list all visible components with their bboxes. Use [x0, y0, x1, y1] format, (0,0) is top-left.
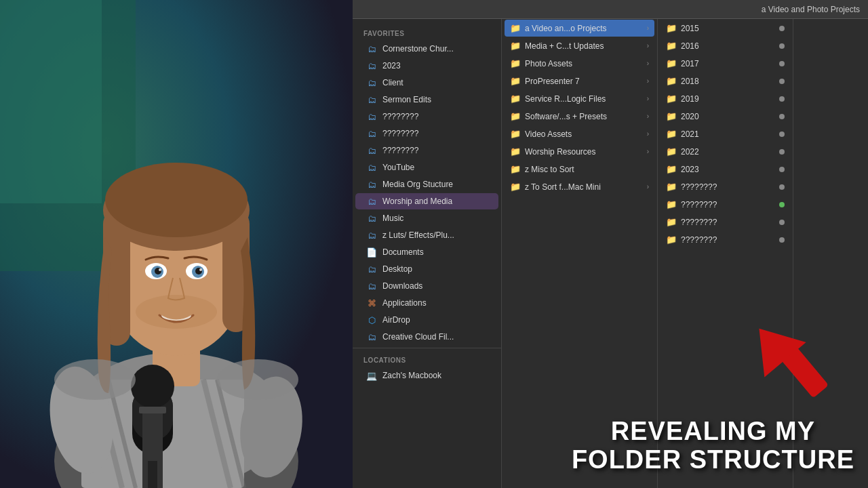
folder-icon: 🗂 [366, 331, 377, 342]
col1-item[interactable]: 📁ProPresenter 7› [505, 73, 654, 89]
col2-item[interactable]: 📁2022 [660, 143, 790, 160]
col1-item[interactable]: 📁Worship Resources› [505, 143, 654, 160]
sidebar-item-label: Media Org Stucture [382, 180, 453, 189]
finder-col1[interactable]: 📁a Video an...o Projects›📁Media + C...t … [502, 19, 658, 488]
sidebar-item[interactable]: 🗂Music [355, 210, 498, 226]
sidebar-item[interactable]: 📄Documents [355, 244, 498, 260]
sidebar-item[interactable]: 🗂Client [355, 75, 498, 91]
location-item[interactable]: 💻Zach's Macbook [355, 367, 498, 384]
sidebar-item-label: AirDrop [382, 315, 410, 325]
col2-item[interactable]: 📁2020 [660, 108, 790, 125]
sidebar-item-label: Creative Cloud Fil... [382, 332, 454, 342]
col1-item[interactable]: 📁z Misc to Sort [505, 161, 654, 178]
status-dot [779, 114, 785, 119]
col2-item-label: 2022 [681, 147, 775, 157]
finder-columns: 📁a Video an...o Projects›📁Media + C...t … [502, 19, 868, 488]
col2-item-label: ???????? [681, 200, 775, 209]
svg-rect-29 [139, 407, 166, 413]
sidebar-item[interactable]: 🗂Worship and Media [355, 193, 498, 209]
folder-icon: 📁 [510, 111, 521, 121]
favorites-label: Favorites [353, 24, 501, 40]
sidebar-item[interactable]: 🗂Downloads [355, 278, 498, 294]
sidebar-item[interactable]: 🗂Creative Cloud Fil... [355, 329, 498, 345]
status-dot [779, 167, 785, 172]
sidebar-item[interactable]: ⬡AirDrop [355, 312, 498, 328]
col1-item-label: Video Assets [525, 129, 643, 139]
sidebar-item[interactable]: 🗂Sermon Edits [355, 92, 498, 108]
status-dot [779, 61, 785, 66]
status-dot [779, 26, 785, 31]
col2-item-label: 2017 [681, 59, 775, 68]
folder-icon: 🗂 [366, 145, 377, 156]
sidebar-item-label: Sermon Edits [382, 95, 431, 104]
col2-item[interactable]: 📁2018 [660, 73, 790, 89]
col1-item[interactable]: 📁z To Sort f...Mac Mini› [505, 178, 654, 195]
folder-icon: 🗂 [366, 264, 377, 274]
sidebar-item-label: ???????? [382, 112, 418, 121]
status-dot [779, 79, 785, 84]
chevron-right-icon: › [647, 95, 649, 102]
sidebar-item[interactable]: 🗂YouTube [355, 159, 498, 176]
sidebar-item[interactable]: 🗂2023 [355, 58, 498, 74]
folder-icon: 📁 [666, 129, 677, 139]
col2-item-label: 2015 [681, 24, 775, 33]
col1-item[interactable]: 📁Software/...s + Presets› [505, 108, 654, 125]
folder-icon: 📁 [510, 94, 521, 104]
finder-sidebar[interactable]: Favorites 🗂Cornerstone Chur...🗂2023🗂Clie… [353, 19, 502, 488]
folder-icon: 📁 [510, 23, 521, 33]
col2-item-label: 2020 [681, 112, 775, 121]
col2-item[interactable]: 📁2019 [660, 90, 790, 107]
sidebar-item[interactable]: ⌘Applications [355, 295, 498, 311]
chevron-right-icon: › [647, 148, 649, 155]
col2-item-label: ???????? [681, 218, 775, 227]
col1-item[interactable]: 📁a Video an...o Projects› [505, 20, 654, 37]
sidebar-item[interactable]: 🗂???????? [355, 108, 498, 125]
sidebar-item[interactable]: 🗂???????? [355, 142, 498, 159]
col2-item-label: ???????? [681, 235, 775, 245]
svg-point-24 [136, 295, 217, 329]
col2-item[interactable]: 📁2017 [660, 55, 790, 72]
svg-rect-30 [148, 461, 157, 488]
col2-item[interactable]: 📁2016 [660, 37, 790, 54]
chevron-right-icon: › [647, 183, 649, 190]
col1-item-label: Media + C...t Updates [525, 41, 643, 51]
folder-icon: 🗂 [366, 60, 377, 71]
sidebar-item[interactable]: 🗂Media Org Stucture [355, 176, 498, 192]
col2-item[interactable]: 📁???????? [660, 214, 790, 230]
window-title: a Video and Photo Projects [762, 5, 860, 14]
col1-item[interactable]: 📁Media + C...t Updates› [505, 37, 654, 54]
folder-icon: 📁 [510, 58, 521, 68]
sidebar-item[interactable]: 🗂Cornerstone Chur... [355, 41, 498, 57]
col2-item[interactable]: 📁???????? [660, 178, 790, 195]
folder-icon: 📁 [666, 164, 677, 174]
col1-item[interactable]: 📁Service R...Logic Files› [505, 90, 654, 107]
folder-icon: 🗂 [366, 196, 377, 207]
location-item-label: Zach's Macbook [382, 371, 441, 380]
col1-item[interactable]: 📁Photo Assets› [505, 55, 654, 72]
finder-col2[interactable]: 📁2015📁2016📁2017📁2018📁2019📁2020📁2021📁2022… [658, 19, 793, 488]
sidebar-item[interactable]: 🗂Desktop [355, 261, 498, 277]
folder-icon: 📁 [666, 146, 677, 157]
status-dot [779, 220, 785, 225]
col2-item[interactable]: 📁2023 [660, 161, 790, 178]
folder-icon: 📁 [510, 129, 521, 139]
folder-icon: 🗂 [366, 43, 377, 54]
finder-content: Favorites 🗂Cornerstone Chur...🗂2023🗂Clie… [353, 19, 868, 488]
col2-item[interactable]: 📁???????? [660, 231, 790, 248]
col1-item[interactable]: 📁Video Assets› [505, 125, 654, 142]
col2-item[interactable]: 📁2021 [660, 125, 790, 142]
col2-item-label: 2016 [681, 41, 775, 51]
chevron-right-icon: › [647, 130, 649, 138]
col2-item[interactable]: 📁2015 [660, 20, 790, 37]
sidebar-item[interactable]: 🗂???????? [355, 125, 498, 142]
chevron-right-icon: › [647, 42, 649, 49]
sidebar-item[interactable]: 🗂z Luts/ Effects/Plu... [355, 227, 498, 243]
sidebar-divider [353, 348, 501, 348]
status-dot [779, 237, 785, 243]
folder-icon: 🗂 [366, 94, 377, 105]
sidebar-item-label: Applications [382, 298, 427, 308]
sidebar-item-label: Music [382, 214, 403, 223]
folder-icon: 📁 [666, 23, 677, 33]
folder-icon: 📁 [510, 76, 521, 86]
col2-item[interactable]: 📁???????? [660, 196, 790, 213]
